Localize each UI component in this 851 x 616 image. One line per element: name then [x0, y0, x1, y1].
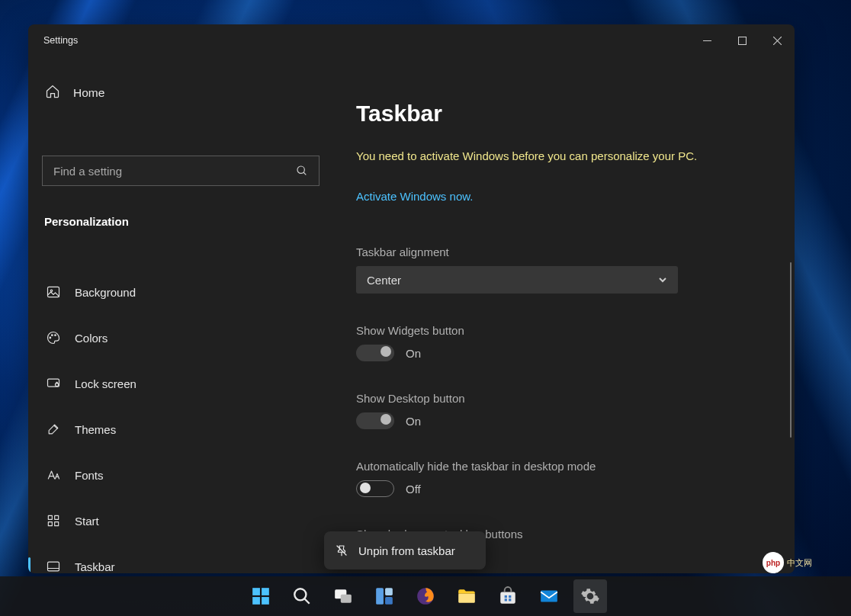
settings-window: Settings Home Find a setting Personaliza… [28, 24, 795, 573]
start-grid-icon [45, 512, 62, 529]
sidebar-item-label: Colors [75, 332, 108, 345]
svg-line-28 [304, 598, 310, 604]
svg-rect-37 [505, 595, 507, 598]
svg-rect-41 [541, 590, 557, 602]
sidebar-item-label: Themes [75, 423, 116, 436]
svg-rect-15 [48, 522, 52, 526]
show-desktop-label: Show Desktop button [356, 392, 772, 405]
svg-rect-36 [500, 592, 515, 604]
svg-rect-38 [509, 595, 511, 598]
settings-button[interactable] [573, 579, 607, 613]
svg-rect-40 [509, 598, 511, 601]
context-menu-label: Unpin from taskbar [358, 544, 455, 557]
svg-point-27 [294, 589, 306, 600]
watermark-logo: php [763, 552, 784, 573]
sidebar-item-label: Lock screen [75, 377, 136, 390]
sidebar-item-fonts[interactable]: Fonts [42, 452, 320, 498]
toggle-state: On [406, 347, 421, 360]
chevron-down-icon [658, 275, 667, 284]
sidebar-item-taskbar[interactable]: Taskbar [42, 544, 320, 573]
svg-rect-16 [55, 522, 59, 526]
show-widgets-label: Show Widgets button [356, 324, 772, 337]
search-button[interactable] [285, 579, 319, 613]
search-placeholder: Find a setting [53, 165, 296, 178]
task-view-button[interactable] [326, 579, 360, 613]
svg-line-5 [303, 172, 306, 175]
sidebar-item-start[interactable]: Start [42, 498, 320, 544]
store-button[interactable] [491, 579, 525, 613]
taskbar [0, 576, 851, 616]
firefox-button[interactable] [409, 579, 442, 613]
svg-rect-32 [385, 588, 393, 595]
svg-point-4 [297, 166, 304, 173]
context-menu-unpin[interactable]: Unpin from taskbar [324, 531, 486, 569]
sidebar: Home Find a setting Personalization Back… [28, 56, 333, 573]
file-explorer-button[interactable] [450, 579, 483, 613]
taskbar-alignment-label: Taskbar alignment [356, 245, 772, 258]
search-icon [296, 165, 308, 177]
sidebar-item-colors[interactable]: Colors [42, 315, 320, 361]
sidebar-item-home[interactable]: Home [42, 78, 320, 108]
toggle-state: On [406, 415, 421, 428]
mail-button[interactable] [532, 579, 566, 613]
content-pane: Taskbar You need to activate Windows bef… [333, 56, 795, 573]
svg-rect-26 [262, 597, 269, 605]
watermark: php 中文网 [763, 552, 839, 573]
window-title: Settings [43, 35, 78, 46]
image-icon [45, 284, 62, 300]
svg-rect-35 [458, 594, 475, 603]
maximize-button[interactable] [724, 24, 759, 56]
svg-rect-6 [48, 287, 59, 297]
home-label: Home [73, 86, 104, 100]
fonts-icon [45, 467, 62, 483]
home-icon [45, 84, 60, 102]
start-button[interactable] [244, 579, 278, 613]
svg-point-8 [50, 337, 51, 338]
svg-rect-17 [48, 562, 59, 571]
breadcrumb: Personalization [42, 215, 320, 228]
palette-icon [45, 329, 62, 346]
page-title: Taskbar [356, 101, 772, 127]
svg-point-9 [52, 335, 53, 336]
close-button[interactable] [759, 24, 795, 56]
show-widgets-toggle[interactable] [356, 345, 394, 361]
toggle-state: Off [406, 483, 421, 496]
sidebar-item-label: Background [75, 286, 136, 299]
svg-point-7 [50, 290, 53, 292]
sidebar-item-lock-screen[interactable]: Lock screen [42, 361, 320, 406]
search-input[interactable]: Find a setting [42, 156, 320, 186]
svg-rect-12 [56, 383, 59, 386]
svg-rect-39 [505, 598, 507, 601]
widgets-button[interactable] [368, 579, 401, 613]
autohide-toggle[interactable] [356, 480, 394, 497]
lock-screen-icon [45, 375, 62, 392]
svg-rect-25 [252, 597, 260, 605]
svg-point-10 [55, 335, 56, 336]
watermark-text: 中文网 [787, 557, 812, 569]
titlebar[interactable]: Settings [28, 24, 795, 56]
sidebar-item-label: Taskbar [75, 560, 115, 573]
unpin-icon [335, 544, 348, 557]
taskbar-alignment-dropdown[interactable]: Center [356, 266, 678, 294]
svg-rect-23 [252, 588, 260, 595]
autohide-label: Automatically hide the taskbar in deskto… [356, 460, 772, 473]
taskbar-icon [45, 558, 62, 573]
svg-rect-33 [385, 597, 393, 605]
dropdown-value: Center [367, 274, 658, 287]
svg-rect-30 [341, 595, 352, 603]
sidebar-item-themes[interactable]: Themes [42, 406, 320, 452]
svg-rect-1 [738, 37, 746, 44]
minimize-button[interactable] [689, 24, 724, 56]
content-scrollbar[interactable] [790, 262, 792, 438]
sidebar-item-label: Start [75, 515, 99, 528]
activate-windows-link[interactable]: Activate Windows now. [356, 190, 772, 203]
activation-warning: You need to activate Windows before you … [356, 148, 772, 164]
svg-rect-31 [376, 588, 384, 605]
svg-rect-24 [262, 588, 269, 595]
show-desktop-toggle[interactable] [356, 412, 394, 429]
svg-rect-14 [55, 515, 59, 519]
sidebar-item-label: Fonts [75, 469, 104, 482]
svg-rect-13 [48, 515, 52, 519]
brush-icon [45, 421, 62, 438]
sidebar-item-background[interactable]: Background [42, 269, 320, 315]
